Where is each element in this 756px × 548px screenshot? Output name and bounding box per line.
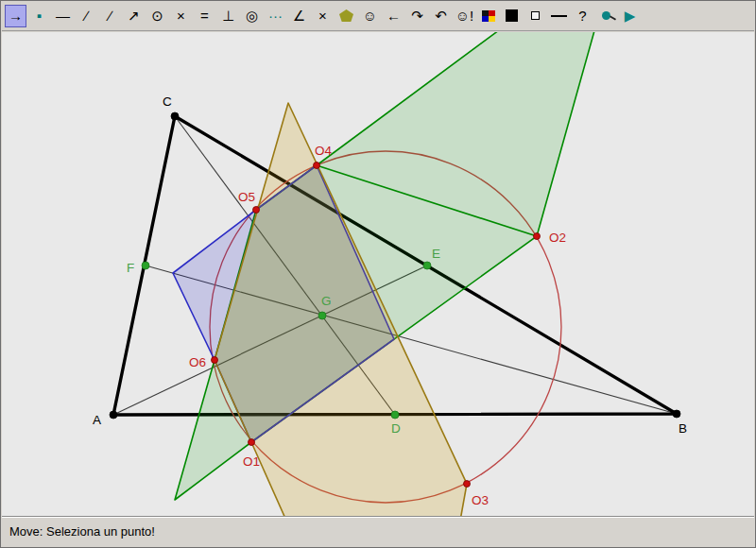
check-object-icon: ☺! [455,9,473,23]
delete-icon: × [318,9,327,23]
undo-icon: ↶ [435,9,447,23]
label-G[interactable]: G [321,294,332,308]
segment-icon: ∕ [85,9,88,23]
conic-five-points-icon: ··· [268,9,283,23]
label-O3[interactable]: O3 [472,493,489,507]
status-text: Move: Seleziona un punto! [9,524,155,539]
color-icon [482,10,495,22]
tool-circle-center-radius[interactable]: ◎ [241,5,263,27]
help-icon: ? [578,9,586,23]
point-E[interactable] [423,262,431,269]
tool-redo[interactable]: ↷ [406,5,428,27]
label-A[interactable]: A [93,413,101,427]
tool-move-drawing-pad[interactable]: ← [383,5,404,27]
redo-icon: ↷ [411,9,423,23]
label-F[interactable]: F [127,261,134,275]
tool-polygon[interactable] [335,5,357,27]
label-O5[interactable]: O5 [238,190,255,204]
point-style-icon [531,11,540,20]
tool-play[interactable]: ▶ [619,5,641,27]
point-O6[interactable] [212,357,218,364]
parallel-line-icon: = [200,9,209,23]
point-F[interactable] [142,262,149,269]
tool-line[interactable]: — [52,5,74,27]
tool-vector[interactable]: ↗ [123,5,145,27]
angle-icon: ∠ [293,9,305,23]
tool-point-style[interactable] [524,5,546,27]
point-O5[interactable] [253,207,260,214]
tool-conic-five-points[interactable]: ··· [265,5,286,27]
geometry-app-window: →▪—∕∕↗⊙×=⊥◎···∠×☺←↷↶☺!?▶ ABCDEFGO1O2O3O4… [0,0,756,548]
statusbar: Move: Seleziona un punto! [2,516,754,546]
toolbar: →▪—∕∕↗⊙×=⊥◎···∠×☺←↷↶☺!?▶ [2,1,754,31]
tool-angle[interactable]: ∠ [288,5,310,27]
tool-color[interactable] [477,5,499,27]
tool-move[interactable]: → [5,5,26,27]
point-icon: ▪ [37,9,42,23]
tool-copy-visual-style[interactable] [595,5,617,27]
tool-help[interactable]: ? [572,5,593,27]
label-E[interactable]: E [432,247,440,261]
line-style-icon [551,15,567,17]
point-D[interactable] [391,411,399,419]
label-O6[interactable]: O6 [189,355,206,369]
label-C[interactable]: C [163,94,172,109]
copy-visual-style-icon [602,11,610,20]
tool-delete[interactable]: × [312,5,334,27]
fill-color-icon [506,9,518,22]
point-O3[interactable] [464,481,471,488]
ray-icon: ∕ [109,9,112,23]
tool-segment[interactable]: ∕ [76,5,97,27]
move-icon: → [9,9,23,23]
drawing-canvas[interactable]: ABCDEFGO1O2O3O4O5O6 [2,32,754,516]
point-O1[interactable] [249,439,255,446]
tool-line-style[interactable] [548,5,570,27]
label-D[interactable]: D [391,421,401,436]
circle-center-radius-icon: ◎ [246,9,258,23]
label-O1[interactable]: O1 [243,454,260,469]
tool-ray[interactable]: ∕ [99,5,121,27]
perpendicular-line-icon: ⊥ [222,9,234,23]
polygon-icon [339,9,353,22]
tool-circle-two-points[interactable]: ⊙ [146,5,168,27]
tool-intersect[interactable]: × [170,5,192,27]
tool-undo[interactable]: ↶ [430,5,452,27]
tool-point[interactable]: ▪ [28,5,50,27]
line-icon: — [56,9,70,23]
tool-relation[interactable]: ☺ [359,5,381,27]
label-B[interactable]: B [679,421,687,436]
vector-icon: ↗ [128,9,140,23]
tool-parallel-line[interactable]: = [194,5,215,27]
intersect-icon: × [177,9,185,23]
relation-icon: ☺ [363,9,377,23]
point-C[interactable] [171,112,179,120]
tool-perpendicular-line[interactable]: ⊥ [217,5,239,27]
point-G[interactable] [318,312,326,319]
move-drawing-pad-icon: ← [387,9,401,23]
point-A[interactable] [110,411,117,419]
point-O2[interactable] [534,233,541,240]
point-O4[interactable] [314,163,320,169]
label-O2[interactable]: O2 [549,231,566,245]
circle-two-points-icon: ⊙ [151,9,163,23]
point-B[interactable] [673,410,680,418]
tool-check-object[interactable]: ☺! [454,5,475,27]
tool-fill-color[interactable] [501,5,523,27]
label-O4[interactable]: O4 [315,144,333,158]
play-icon: ▶ [625,9,636,23]
